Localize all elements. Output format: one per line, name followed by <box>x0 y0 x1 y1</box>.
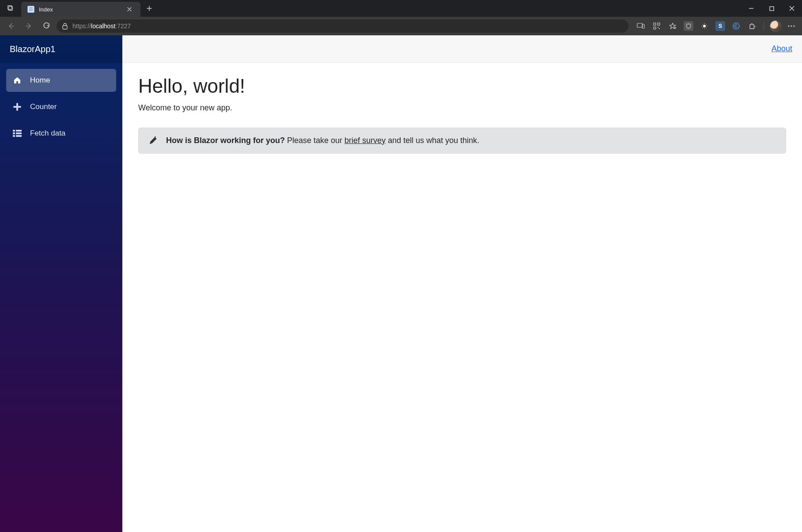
url-scheme: https:// <box>72 23 91 30</box>
address-bar[interactable]: https://localhost:7227 <box>57 19 628 33</box>
dark-reader-extension[interactable] <box>697 19 711 33</box>
lock-icon <box>62 23 68 30</box>
survey-alert: How is Blazor working for you? Please ta… <box>138 128 786 154</box>
forward-button[interactable] <box>21 19 36 33</box>
plus-icon <box>12 103 22 111</box>
sun-icon <box>701 23 708 30</box>
svg-rect-9 <box>658 27 658 28</box>
sidebar-item-fetch-data[interactable]: Fetch data <box>6 122 116 145</box>
window-minimize-button[interactable] <box>741 0 761 17</box>
sidebar-item-label: Counter <box>30 102 57 111</box>
pencil-icon <box>148 136 158 145</box>
svg-rect-2 <box>770 7 774 11</box>
survey-bold: How is Blazor working for you? <box>166 136 285 145</box>
svg-rect-10 <box>659 28 660 29</box>
svg-rect-6 <box>654 23 656 25</box>
brand[interactable]: BlazorApp1 <box>0 35 122 63</box>
svg-rect-22 <box>16 135 22 137</box>
welcome-text: Welcome to your new app. <box>138 103 786 113</box>
close-tab-button[interactable] <box>127 7 134 11</box>
url-port: :7227 <box>115 23 131 30</box>
puzzle-icon <box>748 22 756 30</box>
svg-rect-18 <box>16 130 22 132</box>
page-title: Hello, world! <box>138 75 786 97</box>
maximize-icon <box>769 6 774 11</box>
sidebar: BlazorApp1 Home Counter <box>0 35 122 532</box>
window-maximize-button[interactable] <box>761 0 782 17</box>
s-badge-icon: S <box>715 21 725 31</box>
svg-rect-8 <box>654 27 656 29</box>
close-icon <box>789 6 794 11</box>
star-plus-icon <box>669 22 677 30</box>
svg-point-12 <box>703 25 706 27</box>
page-favicon <box>27 6 34 13</box>
back-button[interactable] <box>4 19 19 33</box>
content-column: About Hello, world! Welcome to your new … <box>122 35 802 532</box>
profile-button[interactable] <box>768 19 783 33</box>
page-body: Hello, world! Welcome to your new app. H… <box>122 63 802 166</box>
svg-rect-3 <box>63 26 67 29</box>
lens-extension[interactable] <box>729 19 743 33</box>
home-icon <box>12 76 22 85</box>
extensions-button[interactable] <box>745 19 759 33</box>
plus-icon <box>147 6 152 11</box>
favorites-button[interactable] <box>666 19 680 33</box>
url-host: localhost <box>91 23 115 30</box>
sidebar-item-label: Home <box>30 76 50 85</box>
svg-rect-20 <box>16 132 22 134</box>
about-link[interactable]: About <box>772 44 792 53</box>
browser-toolbar: https://localhost:7227 <box>0 17 802 35</box>
ublock-extension[interactable] <box>681 19 696 33</box>
arrow-left-icon <box>7 22 15 30</box>
avatar <box>770 20 781 32</box>
list-icon <box>12 130 22 137</box>
app-menu-button[interactable] <box>784 19 798 33</box>
close-icon <box>127 7 132 11</box>
ellipsis-icon <box>788 25 795 27</box>
app-viewport: BlazorApp1 Home Counter <box>0 35 802 532</box>
qr-icon <box>653 23 660 30</box>
sidebar-item-home[interactable]: Home <box>6 69 116 92</box>
svg-rect-7 <box>658 23 660 25</box>
svg-point-14 <box>788 25 789 26</box>
shield-icon <box>684 21 693 31</box>
svg-rect-17 <box>13 130 15 132</box>
survey-before-link: Please take our <box>285 136 344 145</box>
toolbar-right: S <box>634 19 798 33</box>
svg-point-15 <box>791 25 792 26</box>
svg-point-16 <box>793 25 794 26</box>
s-extension[interactable]: S <box>713 19 727 33</box>
url-text: https://localhost:7227 <box>72 23 131 30</box>
new-tab-button[interactable] <box>140 0 158 17</box>
toolbar-separator <box>764 22 764 30</box>
svg-point-13 <box>733 23 739 29</box>
topbar: About <box>122 35 802 63</box>
survey-link[interactable]: brief survey <box>344 136 386 145</box>
survey-after-link: and tell us what you think. <box>386 136 479 145</box>
svg-point-11 <box>687 25 690 27</box>
refresh-button[interactable] <box>39 19 54 33</box>
qr-button[interactable] <box>650 19 664 33</box>
svg-rect-21 <box>13 135 15 137</box>
tab-title: Index <box>39 6 123 13</box>
circle-c-icon <box>732 22 740 30</box>
sidebar-nav: Home Counter Fetch data <box>0 63 122 151</box>
device-icon <box>637 23 645 29</box>
refresh-icon <box>42 22 50 30</box>
svg-rect-19 <box>13 132 15 134</box>
browser-tab[interactable]: Index <box>21 2 140 17</box>
survey-text: How is Blazor working for you? Please ta… <box>166 136 479 145</box>
arrow-right-icon <box>25 22 33 30</box>
tab-actions-button[interactable] <box>0 0 21 17</box>
device-emulation-button[interactable] <box>634 19 648 33</box>
minimize-icon <box>749 6 754 11</box>
tab-stack-icon <box>8 5 14 11</box>
window-close-button[interactable] <box>782 0 802 17</box>
svg-rect-4 <box>637 23 643 27</box>
sidebar-item-counter[interactable]: Counter <box>6 95 116 118</box>
sidebar-item-label: Fetch data <box>30 129 65 138</box>
browser-titlebar: Index <box>0 0 802 17</box>
